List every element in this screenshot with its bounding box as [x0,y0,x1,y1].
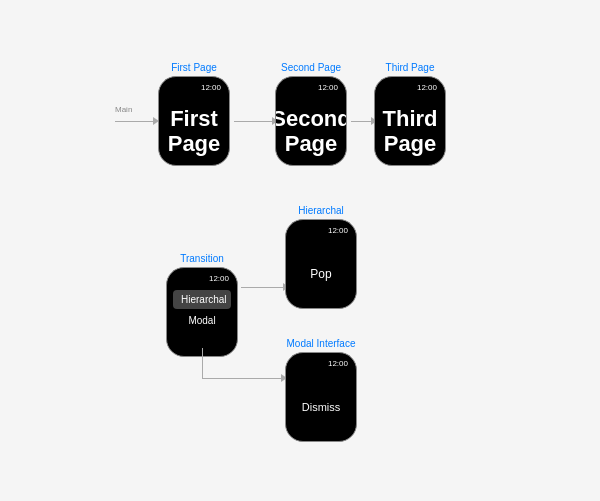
modal-menu-item[interactable]: Modal [173,311,231,330]
third-page-label: Third Page [386,62,435,73]
third-page-mockup: Third Page 12:00 Third Page [374,62,446,166]
second-page-title: Second Page [275,106,347,157]
transition-to-hierarchal-arrow [241,283,289,291]
first-page-title: First Page [168,106,221,157]
second-page-screen[interactable]: 12:00 Second Page [275,76,347,166]
third-page-time: 12:00 [417,83,437,92]
modal-screen[interactable]: 12:00 Dismiss [285,352,357,442]
hierarchal-menu-item[interactable]: Hierarchal [173,290,231,309]
transition-time: 12:00 [209,274,229,283]
hierarchal-mockup: Hierarchal 12:00 Pop [285,205,357,309]
modal-time: 12:00 [328,359,348,368]
main-arrow: Main [115,117,159,125]
first-page-content: First Page [159,97,229,165]
first-page-label: First Page [171,62,217,73]
transition-mockup: Transition 12:00 Hierarchal Modal [166,253,238,357]
hierarchal-label: Hierarchal [298,205,344,216]
second-page-mockup: Second Page 12:00 Second Page [275,62,347,166]
third-page-title: Third Page [383,106,438,157]
transition-down-line [202,348,203,378]
hierarchal-time: 12:00 [328,226,348,235]
dismiss-button[interactable]: Dismiss [302,401,341,413]
modal-content: Dismiss [286,373,356,441]
third-page-screen[interactable]: 12:00 Third Page [374,76,446,166]
transition-label: Transition [180,253,224,264]
modal-mockup: Modal Interface 12:00 Dismiss [285,338,357,442]
first-page-time: 12:00 [201,83,221,92]
second-page-content: Second Page [276,97,346,165]
main-label: Main [115,105,132,114]
pop-button[interactable]: Pop [310,267,331,281]
second-page-label: Second Page [281,62,341,73]
third-page-content: Third Page [375,97,445,165]
transition-screen[interactable]: 12:00 Hierarchal Modal [166,267,238,357]
diagram-container: Main First Page 12:00 First Page Second … [0,0,600,501]
modal-label: Modal Interface [287,338,356,349]
hierarchal-screen[interactable]: 12:00 Pop [285,219,357,309]
second-page-time: 12:00 [318,83,338,92]
first-to-second-arrow [234,117,278,125]
first-page-screen[interactable]: 12:00 First Page [158,76,230,166]
hierarchal-content: Pop [286,240,356,308]
first-page-mockup: First Page 12:00 First Page [158,62,230,166]
transition-right-line [202,378,285,379]
